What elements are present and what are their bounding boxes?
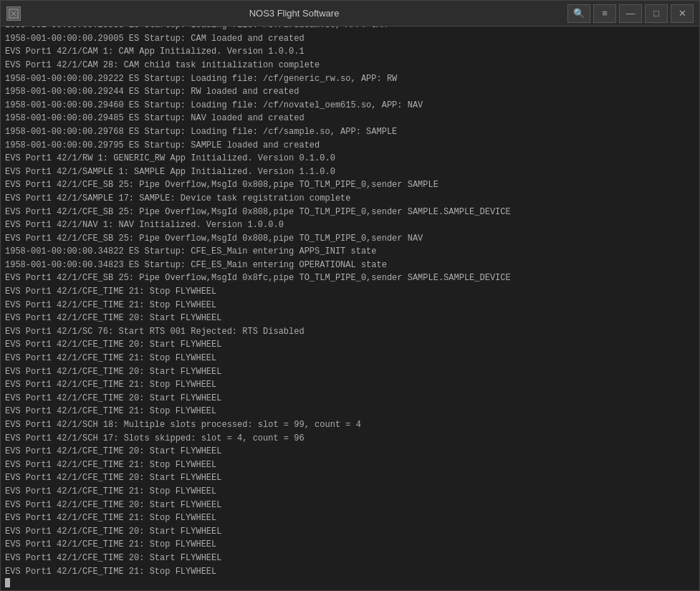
log-line: EVS Port1 42/1/CFE_TIME 20: Start FLYWHE… (5, 445, 695, 458)
log-line: EVS Port1 42/1/SAMPLE 17: SAMPLE: Device… (5, 192, 695, 206)
app-icon (6, 6, 21, 21)
log-line: EVS Port1 42/1/CFE_TIME 20: Start FLYWHE… (5, 525, 695, 539)
log-line: 1958-001-00:00:00.29795 ES Startup: SAMP… (5, 139, 695, 153)
log-line: 1958-001-00:00:00.28983 ES Startup: Load… (5, 27, 695, 32)
log-line: EVS Port1 42/1/CFE_SB 25: Pipe Overflow,… (5, 206, 695, 219)
main-window: NOS3 Flight Software 🔍 ≡ — □ ✕ EVS Port1… (0, 0, 700, 591)
window-title: NOS3 Flight Software (21, 8, 567, 19)
search-button[interactable]: 🔍 (567, 4, 590, 23)
log-line: 1958-001-00:00:00.29460 ES Startup: Load… (5, 99, 695, 112)
menu-button[interactable]: ≡ (593, 4, 616, 23)
log-line: EVS Port1 42/1/CFE_SB 25: Pipe Overflow,… (5, 178, 695, 192)
log-line: EVS Port1 42/1/CFE_SB 25: Pipe Overflow,… (5, 272, 695, 285)
log-line: EVS Port1 42/1/CFE_TIME 21: Stop FLYWHEE… (5, 405, 695, 418)
log-line: EVS Port1 42/1/CFE_TIME 20: Start FLYWHE… (5, 365, 695, 379)
log-line: EVS Port1 42/1/RW 1: GENERIC_RW App Init… (5, 152, 695, 165)
log-line: EVS Port1 42/1/CFE_TIME 21: Stop FLYWHEE… (5, 378, 695, 392)
log-line: EVS Port1 42/1/CFE_TIME 21: Stop FLYWHEE… (5, 352, 695, 365)
log-line: EVS Port1 42/1/SC 76: Start RTS 001 Reje… (5, 325, 695, 339)
log-line: EVS Port1 42/1/CFE_TIME 21: Stop FLYWHEE… (5, 299, 695, 312)
log-line: EVS Port1 42/1/SCH 17: Slots skipped: sl… (5, 432, 695, 446)
log-line: EVS Port1 42/1/CFE_TIME 20: Start FLYWHE… (5, 392, 695, 405)
log-line: EVS Port1 42/1/CFE_TIME 20: Start FLYWHE… (5, 471, 695, 485)
log-line: EVS Port1 42/1/NAV 1: NAV Initialized. V… (5, 218, 695, 232)
log-line: EVS Port1 42/1/CFE_TIME 20: Start FLYWHE… (5, 499, 695, 512)
log-output-area[interactable]: EVS Port1 42/1/SC 21: RTS table file loa… (1, 27, 699, 590)
log-line: EVS Port1 42/1/CAM 1: CAM App Initialize… (5, 45, 695, 59)
log-line: 1958-001-00:00:00.34823 ES Startup: CFE_… (5, 259, 695, 272)
title-text: NOS3 Flight Software (249, 8, 340, 19)
log-line: EVS Port1 42/1/SCH 18: Multiple slots pr… (5, 418, 695, 432)
text-cursor (5, 578, 10, 587)
titlebar: NOS3 Flight Software 🔍 ≡ — □ ✕ (1, 1, 699, 27)
maximize-button[interactable]: □ (645, 4, 668, 23)
close-button[interactable]: ✕ (671, 4, 694, 23)
log-line: EVS Port1 42/1/CFE_TIME 21: Stop FLYWHEE… (5, 565, 695, 579)
log-line: EVS Port1 42/1/CFE_TIME 20: Start FLYWHE… (5, 312, 695, 325)
cursor-line (5, 578, 695, 587)
log-line: EVS Port1 42/1/SAMPLE 1: SAMPLE App Init… (5, 165, 695, 179)
log-line: 1958-001-00:00:00.34822 ES Startup: CFE_… (5, 245, 695, 259)
log-line: EVS Port1 42/1/CFE_TIME 21: Stop FLYWHEE… (5, 458, 695, 472)
log-line: 1958-001-00:00:00.29485 ES Startup: NAV … (5, 112, 695, 125)
log-line: EVS Port1 42/1/CFE_TIME 20: Start FLYWHE… (5, 338, 695, 352)
log-line: 1958-001-00:00:00.29222 ES Startup: Load… (5, 72, 695, 86)
minimize-button[interactable]: — (619, 4, 642, 23)
log-line: EVS Port1 42/1/CFE_TIME 20: Start FLYWHE… (5, 552, 695, 565)
log-line: EVS Port1 42/1/CFE_SB 25: Pipe Overflow,… (5, 232, 695, 246)
log-line: EVS Port1 42/1/CFE_TIME 21: Stop FLYWHEE… (5, 285, 695, 299)
log-line: EVS Port1 42/1/CAM 28: CAM child task in… (5, 59, 695, 72)
log-line: 1958-001-00:00:00.29005 ES Startup: CAM … (5, 32, 695, 46)
log-line: EVS Port1 42/1/CFE_TIME 21: Stop FLYWHEE… (5, 511, 695, 525)
titlebar-left (6, 6, 21, 21)
log-line: EVS Port1 42/1/CFE_TIME 21: Stop FLYWHEE… (5, 538, 695, 552)
log-line: 1958-001-00:00:00.29244 ES Startup: RW l… (5, 85, 695, 99)
titlebar-controls: 🔍 ≡ — □ ✕ (567, 4, 694, 23)
log-line: 1958-001-00:00:00.29768 ES Startup: Load… (5, 125, 695, 139)
log-line: EVS Port1 42/1/CFE_TIME 21: Stop FLYWHEE… (5, 485, 695, 499)
